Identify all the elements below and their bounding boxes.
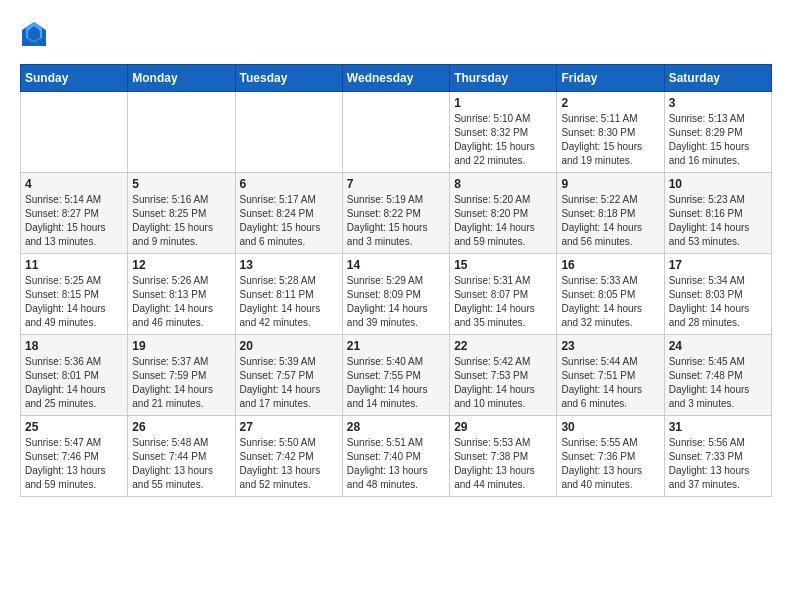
weekday-header-sunday: Sunday [21,65,128,92]
logo-icon [20,20,48,48]
day-info: Sunrise: 5:34 AM Sunset: 8:03 PM Dayligh… [669,274,767,330]
day-info: Sunrise: 5:10 AM Sunset: 8:32 PM Dayligh… [454,112,552,168]
day-number: 24 [669,339,767,353]
day-info: Sunrise: 5:55 AM Sunset: 7:36 PM Dayligh… [561,436,659,492]
day-info: Sunrise: 5:56 AM Sunset: 7:33 PM Dayligh… [669,436,767,492]
day-number: 9 [561,177,659,191]
calendar-cell: 28Sunrise: 5:51 AM Sunset: 7:40 PM Dayli… [342,416,449,497]
calendar-cell: 11Sunrise: 5:25 AM Sunset: 8:15 PM Dayli… [21,254,128,335]
day-info: Sunrise: 5:31 AM Sunset: 8:07 PM Dayligh… [454,274,552,330]
day-number: 26 [132,420,230,434]
calendar-cell: 22Sunrise: 5:42 AM Sunset: 7:53 PM Dayli… [450,335,557,416]
day-number: 20 [240,339,338,353]
calendar-cell: 24Sunrise: 5:45 AM Sunset: 7:48 PM Dayli… [664,335,771,416]
day-number: 7 [347,177,445,191]
calendar-cell: 20Sunrise: 5:39 AM Sunset: 7:57 PM Dayli… [235,335,342,416]
weekday-header-tuesday: Tuesday [235,65,342,92]
calendar-cell: 13Sunrise: 5:28 AM Sunset: 8:11 PM Dayli… [235,254,342,335]
calendar-table: SundayMondayTuesdayWednesdayThursdayFrid… [20,64,772,497]
day-number: 14 [347,258,445,272]
day-info: Sunrise: 5:23 AM Sunset: 8:16 PM Dayligh… [669,193,767,249]
calendar-cell: 31Sunrise: 5:56 AM Sunset: 7:33 PM Dayli… [664,416,771,497]
calendar-cell: 1Sunrise: 5:10 AM Sunset: 8:32 PM Daylig… [450,92,557,173]
weekday-header-saturday: Saturday [664,65,771,92]
day-info: Sunrise: 5:50 AM Sunset: 7:42 PM Dayligh… [240,436,338,492]
calendar-cell [128,92,235,173]
calendar-cell: 8Sunrise: 5:20 AM Sunset: 8:20 PM Daylig… [450,173,557,254]
day-info: Sunrise: 5:44 AM Sunset: 7:51 PM Dayligh… [561,355,659,411]
day-info: Sunrise: 5:53 AM Sunset: 7:38 PM Dayligh… [454,436,552,492]
day-number: 31 [669,420,767,434]
day-number: 29 [454,420,552,434]
weekday-header-friday: Friday [557,65,664,92]
calendar-cell: 5Sunrise: 5:16 AM Sunset: 8:25 PM Daylig… [128,173,235,254]
day-number: 11 [25,258,123,272]
day-info: Sunrise: 5:25 AM Sunset: 8:15 PM Dayligh… [25,274,123,330]
calendar-cell: 17Sunrise: 5:34 AM Sunset: 8:03 PM Dayli… [664,254,771,335]
day-number: 4 [25,177,123,191]
weekday-header-monday: Monday [128,65,235,92]
page-header [20,20,772,48]
calendar-cell: 16Sunrise: 5:33 AM Sunset: 8:05 PM Dayli… [557,254,664,335]
calendar-cell: 27Sunrise: 5:50 AM Sunset: 7:42 PM Dayli… [235,416,342,497]
calendar-cell: 15Sunrise: 5:31 AM Sunset: 8:07 PM Dayli… [450,254,557,335]
day-info: Sunrise: 5:11 AM Sunset: 8:30 PM Dayligh… [561,112,659,168]
day-number: 13 [240,258,338,272]
calendar-cell: 7Sunrise: 5:19 AM Sunset: 8:22 PM Daylig… [342,173,449,254]
day-info: Sunrise: 5:29 AM Sunset: 8:09 PM Dayligh… [347,274,445,330]
weekday-header-thursday: Thursday [450,65,557,92]
day-info: Sunrise: 5:33 AM Sunset: 8:05 PM Dayligh… [561,274,659,330]
calendar-cell: 3Sunrise: 5:13 AM Sunset: 8:29 PM Daylig… [664,92,771,173]
calendar-cell [342,92,449,173]
day-number: 22 [454,339,552,353]
calendar-cell [235,92,342,173]
calendar-cell: 25Sunrise: 5:47 AM Sunset: 7:46 PM Dayli… [21,416,128,497]
day-info: Sunrise: 5:36 AM Sunset: 8:01 PM Dayligh… [25,355,123,411]
day-info: Sunrise: 5:42 AM Sunset: 7:53 PM Dayligh… [454,355,552,411]
calendar-cell: 21Sunrise: 5:40 AM Sunset: 7:55 PM Dayli… [342,335,449,416]
calendar-cell: 12Sunrise: 5:26 AM Sunset: 8:13 PM Dayli… [128,254,235,335]
day-info: Sunrise: 5:13 AM Sunset: 8:29 PM Dayligh… [669,112,767,168]
calendar-cell [21,92,128,173]
calendar-cell: 14Sunrise: 5:29 AM Sunset: 8:09 PM Dayli… [342,254,449,335]
day-info: Sunrise: 5:40 AM Sunset: 7:55 PM Dayligh… [347,355,445,411]
day-info: Sunrise: 5:48 AM Sunset: 7:44 PM Dayligh… [132,436,230,492]
day-info: Sunrise: 5:26 AM Sunset: 8:13 PM Dayligh… [132,274,230,330]
day-number: 15 [454,258,552,272]
day-info: Sunrise: 5:37 AM Sunset: 7:59 PM Dayligh… [132,355,230,411]
day-number: 10 [669,177,767,191]
calendar-cell: 9Sunrise: 5:22 AM Sunset: 8:18 PM Daylig… [557,173,664,254]
day-number: 30 [561,420,659,434]
day-number: 27 [240,420,338,434]
day-number: 12 [132,258,230,272]
calendar-cell: 23Sunrise: 5:44 AM Sunset: 7:51 PM Dayli… [557,335,664,416]
calendar-cell: 2Sunrise: 5:11 AM Sunset: 8:30 PM Daylig… [557,92,664,173]
day-number: 18 [25,339,123,353]
day-info: Sunrise: 5:19 AM Sunset: 8:22 PM Dayligh… [347,193,445,249]
day-number: 21 [347,339,445,353]
day-number: 3 [669,96,767,110]
day-number: 2 [561,96,659,110]
day-number: 25 [25,420,123,434]
calendar-cell: 26Sunrise: 5:48 AM Sunset: 7:44 PM Dayli… [128,416,235,497]
day-number: 23 [561,339,659,353]
day-info: Sunrise: 5:28 AM Sunset: 8:11 PM Dayligh… [240,274,338,330]
day-info: Sunrise: 5:16 AM Sunset: 8:25 PM Dayligh… [132,193,230,249]
day-info: Sunrise: 5:20 AM Sunset: 8:20 PM Dayligh… [454,193,552,249]
day-info: Sunrise: 5:39 AM Sunset: 7:57 PM Dayligh… [240,355,338,411]
day-number: 28 [347,420,445,434]
calendar-cell: 18Sunrise: 5:36 AM Sunset: 8:01 PM Dayli… [21,335,128,416]
day-number: 5 [132,177,230,191]
calendar-cell: 30Sunrise: 5:55 AM Sunset: 7:36 PM Dayli… [557,416,664,497]
day-info: Sunrise: 5:51 AM Sunset: 7:40 PM Dayligh… [347,436,445,492]
calendar-cell: 6Sunrise: 5:17 AM Sunset: 8:24 PM Daylig… [235,173,342,254]
day-info: Sunrise: 5:47 AM Sunset: 7:46 PM Dayligh… [25,436,123,492]
calendar-cell: 19Sunrise: 5:37 AM Sunset: 7:59 PM Dayli… [128,335,235,416]
weekday-header-wednesday: Wednesday [342,65,449,92]
calendar-cell: 29Sunrise: 5:53 AM Sunset: 7:38 PM Dayli… [450,416,557,497]
day-info: Sunrise: 5:14 AM Sunset: 8:27 PM Dayligh… [25,193,123,249]
day-number: 8 [454,177,552,191]
day-number: 19 [132,339,230,353]
day-info: Sunrise: 5:17 AM Sunset: 8:24 PM Dayligh… [240,193,338,249]
calendar-cell: 10Sunrise: 5:23 AM Sunset: 8:16 PM Dayli… [664,173,771,254]
